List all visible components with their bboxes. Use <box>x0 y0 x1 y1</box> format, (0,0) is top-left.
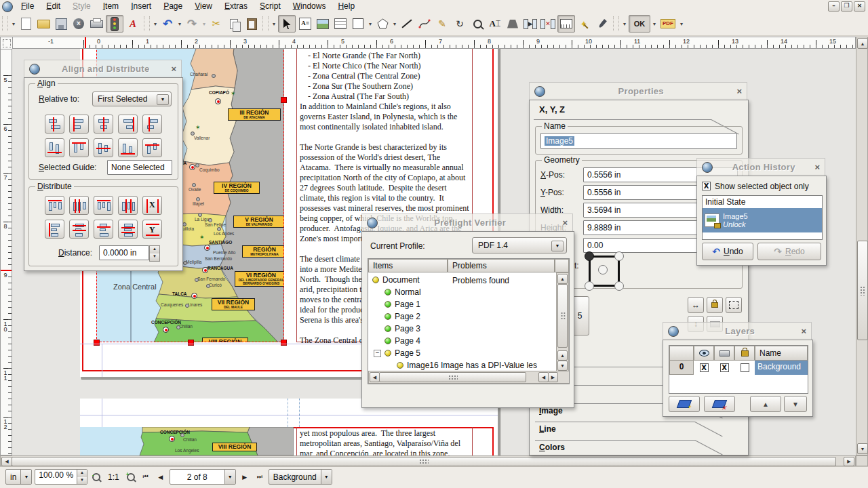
selection-handle[interactable] <box>281 340 287 346</box>
polygon-dropdown-arrow[interactable]: ▾ <box>391 21 398 27</box>
preflight-row[interactable]: Page 3 <box>384 324 420 333</box>
history-item-selected[interactable]: Image5 Unlock <box>703 208 822 232</box>
pdf-annotation-dropdown-arrow[interactable]: ▾ <box>678 21 685 27</box>
guide-line[interactable] <box>80 415 498 415</box>
menu-item[interactable]: Item <box>97 1 125 12</box>
undo-button[interactable]: ↶ <box>159 16 176 32</box>
select-item-tool[interactable] <box>278 15 296 33</box>
visible-column-header[interactable] <box>694 346 714 361</box>
copy-properties-tool[interactable]: ✦ <box>576 16 593 32</box>
layers-table[interactable]: Name 0 X X Background <box>669 345 808 394</box>
redo-button[interactable]: ↷ Redo <box>757 243 821 260</box>
unlink-text-frames-tool[interactable]: ✕ <box>540 16 556 32</box>
chevron-down-icon[interactable]: ▼ <box>20 470 31 484</box>
scroll-up-arrow[interactable]: ▲ <box>557 350 568 361</box>
link-text-frames-tool[interactable]: ▶ <box>522 16 538 32</box>
close-icon[interactable]: × <box>562 218 568 227</box>
undo-history-arrow[interactable]: ▾ <box>152 21 159 27</box>
delete-layer-button[interactable]: ✕ <box>704 396 735 412</box>
preflight-table[interactable]: Items Problems Document Problems found N… <box>368 258 570 384</box>
preflight-row[interactable]: Page 4 <box>384 336 420 346</box>
menu-edit[interactable]: Edit <box>40 1 66 12</box>
measurements-tool[interactable] <box>557 15 575 33</box>
align-bottom-button[interactable] <box>118 138 138 157</box>
history-item[interactable]: Initial State <box>703 196 822 208</box>
insert-bezier-tool[interactable] <box>416 16 433 32</box>
show-selected-only-checkbox[interactable]: X <box>702 182 711 190</box>
layer-name-cell[interactable]: Background <box>755 361 808 375</box>
scroll-down-arrow[interactable]: ▼ <box>557 361 568 371</box>
vertical-ruler[interactable]: 5 6 7 8 9 10 11 12 <box>0 49 12 455</box>
scroll-right-arrow[interactable]: ▶ <box>844 457 854 466</box>
close-icon[interactable]: × <box>801 327 806 336</box>
lower-layer-button[interactable]: ▼ <box>784 396 807 412</box>
copy-button[interactable] <box>226 16 242 32</box>
distribute-y-button[interactable]: Y <box>142 220 162 239</box>
close-icon[interactable]: × <box>814 163 820 171</box>
layer-lock-checkbox[interactable] <box>741 363 749 372</box>
selection-handle[interactable] <box>188 340 194 346</box>
align-titlebar[interactable]: Align and Distribute × <box>24 60 182 77</box>
toolbar-overflow-arrow[interactable]: ▾ <box>10 21 17 27</box>
spin-down-icon[interactable]: ▼ <box>77 477 87 485</box>
align-bottom-out-button[interactable] <box>142 138 162 157</box>
rotate-item-tool[interactable]: ↻ <box>452 16 468 32</box>
insert-text-frame-tool[interactable]: A≡ <box>297 16 313 32</box>
action-history-titlebar[interactable]: Action History × <box>696 158 825 176</box>
layer-row[interactable]: 0 X X Background <box>669 361 808 375</box>
zoom-in-button[interactable]: + <box>125 471 137 483</box>
pdf-tools-overflow-arrow[interactable]: ▾ <box>621 21 628 27</box>
undo-button[interactable]: ↶ Undo <box>702 243 753 260</box>
distribute-left-button[interactable] <box>45 196 64 215</box>
selection-handle[interactable] <box>281 97 287 103</box>
window-close-button[interactable]: × <box>854 1 865 12</box>
close-document-button[interactable]: × <box>71 16 87 32</box>
preflight-row[interactable]: Page 1 <box>384 300 420 309</box>
insert-shape-tool[interactable] <box>350 16 366 32</box>
next-page-button[interactable]: ▶ <box>239 471 251 483</box>
lock-column-header[interactable] <box>734 346 755 361</box>
add-layer-button[interactable]: ✦ <box>669 396 700 412</box>
export-pdf-button[interactable]: A <box>125 16 141 32</box>
redo-button[interactable]: ↷ <box>184 16 200 32</box>
ruler-corner[interactable] <box>0 37 13 50</box>
story-editor-tool[interactable] <box>505 16 521 32</box>
properties-titlebar[interactable]: Properties × <box>529 82 747 100</box>
insert-freehand-tool[interactable]: ✎ <box>434 16 450 32</box>
preflight-row[interactable]: Normal <box>384 287 421 297</box>
preflight-row[interactable]: Image16 Image has a DPI-Value les <box>397 361 537 370</box>
scroll-up-arrow[interactable]: ▲ <box>857 38 868 49</box>
distribute-right-button[interactable] <box>94 196 113 215</box>
vertical-scroll-thumb[interactable] <box>857 241 868 340</box>
lock-item-button[interactable] <box>707 297 723 313</box>
preflight-row[interactable]: Document <box>372 275 420 285</box>
print-document-button[interactable] <box>88 16 104 32</box>
preflight-row[interactable]: Page 2 <box>384 312 420 321</box>
zoom-level-spinner[interactable]: 100.00 %▲▼ <box>35 469 87 485</box>
selection-handle[interactable] <box>94 340 100 346</box>
guide-line[interactable] <box>102 399 102 427</box>
insert-polygon-tool[interactable] <box>374 16 391 32</box>
menu-insert[interactable]: Insert <box>125 1 157 12</box>
distribute-center-v-button[interactable] <box>69 220 89 239</box>
preflight-verifier-button[interactable] <box>106 15 123 33</box>
menu-help[interactable]: Help <box>332 1 361 12</box>
map-image-frame-page2[interactable]: CONCEPCIÓN Chillán Los Angeles VIII REGI… <box>80 427 294 455</box>
problems-column-header[interactable]: Problems <box>448 259 555 272</box>
layer-print-checkbox[interactable]: X <box>720 363 729 372</box>
menu-extras[interactable]: Extras <box>218 1 254 12</box>
menu-view[interactable]: View <box>189 1 218 12</box>
print-column-header[interactable] <box>714 346 734 361</box>
basepoint-widget[interactable] <box>589 256 620 287</box>
open-document-button[interactable] <box>35 16 52 32</box>
pdf-annotation-tool[interactable]: PDF <box>658 16 677 32</box>
distribute-gaps-h-button[interactable] <box>118 196 138 215</box>
spin-up-icon[interactable]: ▲ <box>77 470 87 477</box>
distribute-bottom-button[interactable] <box>94 220 113 239</box>
shape-dropdown-arrow[interactable]: ▾ <box>367 21 374 27</box>
align-left-button[interactable] <box>69 115 89 134</box>
lock-size-button[interactable] <box>726 297 742 313</box>
close-icon[interactable]: × <box>736 87 742 96</box>
guide-line[interactable] <box>102 344 102 377</box>
first-page-button[interactable]: ⏮ <box>140 471 152 483</box>
